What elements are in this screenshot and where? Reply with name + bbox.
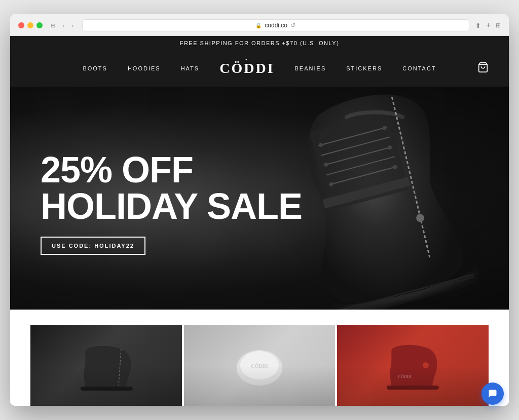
url-text: coddi.co [265, 22, 287, 29]
svg-point-17 [237, 350, 282, 386]
nav-stickers[interactable]: STICKERS [346, 65, 382, 71]
hero-cta-button[interactable]: USE CODE: HOLIDAY22 [41, 237, 145, 255]
nav-beanies[interactable]: BEANIES [295, 65, 326, 71]
nav-back-button[interactable]: ‹ [60, 21, 66, 30]
product-image-3: CÖDDI [337, 325, 489, 406]
website-content: FREE SHIPPING FOR ORDERS +$70 (U.S. ONLY… [10, 36, 509, 406]
browser-chrome: ⊞ ‹ › 🔒 coddi.co ↺ ⬆ + ⊞ [10, 14, 509, 36]
browser-window: ⊞ ‹ › 🔒 coddi.co ↺ ⬆ + ⊞ FREE SHIPPING F… [10, 14, 509, 406]
address-bar[interactable]: 🔒 coddi.co ↺ [82, 19, 469, 31]
new-tab-icon[interactable]: + [486, 21, 491, 30]
svg-text:CÖDDI: CÖDDI [398, 374, 412, 379]
svg-text:CÖDDI: CÖDDI [251, 363, 268, 369]
browser-controls: ⊞ ‹ › [49, 21, 76, 30]
main-nav: BOOTS HOODIES HATS CÖDDI BEANIES STICKER… [10, 50, 509, 87]
maximize-button[interactable] [36, 22, 43, 28]
minimize-button[interactable] [27, 22, 33, 28]
svg-line-16 [119, 349, 121, 386]
product-image-1 [30, 325, 182, 406]
browser-right-controls: ⬆ + ⊞ [475, 21, 501, 30]
banner-text: FREE SHIPPING FOR ORDERS +$70 (U.S. ONLY… [180, 40, 340, 46]
products-section: CÖDDI CÖDDI [10, 310, 509, 406]
svg-point-18 [240, 351, 279, 379]
hero-headline-line1: 25% OFF [41, 151, 302, 188]
nav-hats[interactable]: HATS [181, 65, 200, 71]
hero-headline-line2: HOLIDAY SALE [41, 188, 302, 224]
svg-point-20 [423, 362, 429, 368]
promo-banner: FREE SHIPPING FOR ORDERS +$70 (U.S. ONLY… [10, 36, 509, 50]
hero-text-content: 25% OFF HOLIDAY SALE USE CODE: HOLIDAY22 [10, 151, 332, 265]
brand-name: CÖDDI [219, 60, 274, 76]
nav-boots[interactable]: BOOTS [83, 65, 107, 71]
product-image-2: CÖDDI [184, 325, 336, 406]
lock-icon: 🔒 [255, 23, 262, 28]
nav-contact[interactable]: CONTACT [402, 65, 436, 71]
reload-icon[interactable]: ↺ [290, 22, 295, 29]
product-card-2[interactable]: CÖDDI [184, 325, 336, 406]
product-card-1[interactable] [30, 325, 182, 406]
window-grid-icon[interactable]: ⊞ [49, 21, 57, 30]
product-card-3[interactable]: CÖDDI [337, 325, 489, 406]
tabs-grid-icon[interactable]: ⊞ [496, 22, 501, 29]
nav-forward-button[interactable]: › [69, 21, 76, 30]
products-grid: CÖDDI CÖDDI [30, 325, 489, 406]
close-button[interactable] [18, 22, 24, 28]
traffic-lights [18, 22, 43, 28]
cart-button[interactable] [477, 62, 489, 75]
chat-bubble-button[interactable] [481, 383, 504, 405]
hero-section: 25% OFF HOLIDAY SALE USE CODE: HOLIDAY22 [10, 87, 509, 310]
brand-logo[interactable]: CÖDDI [219, 60, 274, 77]
share-icon[interactable]: ⬆ [475, 22, 481, 29]
nav-hoodies[interactable]: HOODIES [128, 65, 161, 71]
